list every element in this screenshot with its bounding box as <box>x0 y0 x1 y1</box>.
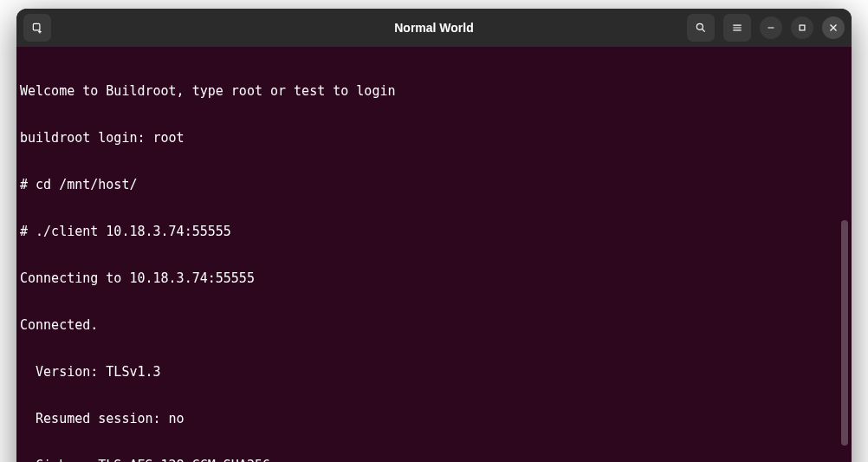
terminal-line: # ./client 10.18.3.74:55555 <box>20 224 848 239</box>
terminal-line: buildroot login: root <box>20 130 848 146</box>
maximize-button[interactable] <box>791 16 813 39</box>
terminal-line: # cd /mnt/host/ <box>20 177 848 192</box>
terminal-line: Connected. <box>20 317 848 333</box>
search-button[interactable] <box>687 14 715 42</box>
hamburger-menu-button[interactable] <box>723 14 751 42</box>
minimize-button[interactable] <box>760 16 782 39</box>
svg-rect-9 <box>800 25 805 30</box>
window-title: Normal World <box>394 21 474 35</box>
terminal-line: Resumed session: no <box>20 411 848 426</box>
svg-point-3 <box>696 23 703 29</box>
titlebar: Normal World <box>16 9 852 47</box>
terminal-window: Normal World Welcome to Buildroot, type … <box>16 9 852 462</box>
svg-rect-0 <box>33 23 40 30</box>
new-tab-button[interactable] <box>23 14 51 42</box>
terminal-line: Cipher: TLS_AES_128_GCM_SHA256 <box>20 458 848 462</box>
titlebar-right <box>687 14 845 42</box>
terminal-line: Welcome to Buildroot, type root or test … <box>20 83 848 99</box>
terminal-line: Version: TLSv1.3 <box>20 364 848 380</box>
terminal-content[interactable]: Welcome to Buildroot, type root or test … <box>16 47 852 462</box>
titlebar-left <box>23 14 51 42</box>
svg-line-4 <box>703 29 705 32</box>
terminal-line: Connecting to 10.18.3.74:55555 <box>20 270 848 286</box>
scrollbar[interactable] <box>841 220 848 446</box>
close-button[interactable] <box>822 16 845 39</box>
